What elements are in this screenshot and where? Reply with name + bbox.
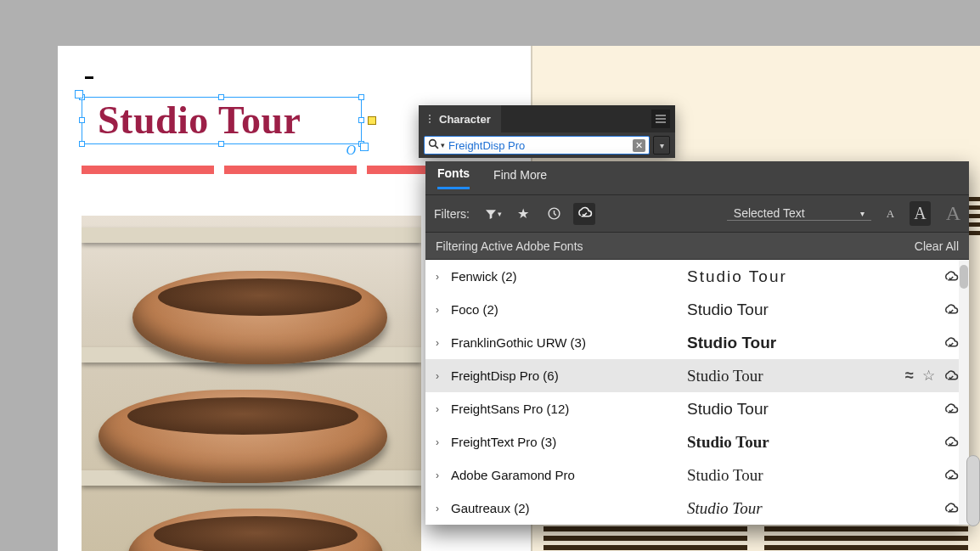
font-search-row: ▾ ✕ ▾ (419, 132, 675, 158)
filter-status-text: Filtering Active Adobe Fonts (436, 239, 583, 253)
font-row[interactable]: ›FreightDisp Pro (6)Studio Tour≈☆ (425, 359, 969, 392)
show-similar-icon[interactable]: ≈ (905, 367, 914, 385)
sample-size-small[interactable]: A (887, 207, 894, 221)
expand-chevron-icon[interactable]: › (436, 403, 444, 415)
font-row[interactable]: ›Fenwick (2)Studio Tour (425, 260, 969, 293)
text-inport[interactable] (75, 90, 83, 98)
content-grabber[interactable] (368, 116, 376, 125)
font-search-input[interactable] (448, 139, 633, 152)
resize-handle-bl[interactable] (79, 141, 85, 147)
font-name: FreightText Pro (3) (451, 435, 680, 449)
resize-handle-tr[interactable] (358, 94, 364, 100)
sample-text-dropdown[interactable]: Selected Text ▾ (727, 206, 871, 221)
font-dropdown-toggle[interactable]: ▾ (653, 136, 670, 155)
filter-recent-button[interactable] (543, 203, 565, 225)
resize-handle-ml[interactable] (79, 117, 85, 123)
decor-stripes-bottom (544, 526, 968, 551)
decor-red-bars (82, 166, 443, 174)
expand-chevron-icon[interactable]: › (436, 469, 444, 481)
expand-chevron-icon[interactable]: › (436, 304, 444, 316)
expand-chevron-icon[interactable]: › (436, 503, 444, 514)
font-sample: Studio Tour (687, 433, 937, 452)
hamburger-icon (656, 118, 666, 120)
panel-grip-icon[interactable] (429, 115, 431, 123)
page-title-text[interactable]: Studio Tour (82, 98, 361, 143)
activated-cloud-icon (943, 402, 959, 417)
font-name: Foco (2) (451, 302, 680, 317)
font-row[interactable]: ›Gautreaux (2)Studio Tour (425, 492, 969, 525)
resize-handle-tc[interactable] (218, 94, 224, 100)
hairline-rule (85, 76, 93, 79)
panel-header[interactable]: Character (419, 105, 675, 132)
character-panel[interactable]: Character ▾ ✕ ▾ (419, 105, 675, 158)
chevron-down-icon: ▾ (860, 209, 865, 218)
activated-cloud-icon (943, 501, 959, 516)
font-name: Gautreaux (2) (451, 501, 680, 515)
sample-size-large[interactable]: A (946, 202, 960, 225)
font-name: FreightSans Pro (12) (451, 402, 680, 416)
svg-line-1 (435, 145, 438, 149)
filter-favorites-button[interactable]: ★ (512, 203, 534, 225)
font-sample: Studio Tour (687, 301, 937, 319)
panel-menu-button[interactable] (651, 110, 670, 128)
sample-text-label: Selected Text (734, 206, 805, 220)
expand-chevron-icon[interactable]: › (436, 436, 444, 448)
font-sample: Studio Tour (687, 367, 898, 385)
filters-label: Filters: (434, 207, 470, 221)
font-row[interactable]: ›FreightSans Pro (12)Studio Tour (425, 392, 969, 425)
font-filter-status: Filtering Active Adobe Fonts Clear All (425, 233, 969, 260)
image-frame-pottery[interactable] (82, 216, 421, 551)
svg-point-0 (430, 140, 436, 147)
font-search-input-wrap[interactable]: ▾ ✕ (424, 136, 650, 155)
font-name: FranklinGothic URW (3) (451, 335, 680, 350)
overset-indicator: O (346, 143, 356, 158)
font-name: Fenwick (2) (451, 269, 680, 284)
filter-activated-button[interactable] (573, 203, 595, 225)
expand-chevron-icon[interactable]: › (436, 337, 444, 349)
search-icon (428, 138, 439, 152)
tab-fonts[interactable]: Fonts (437, 166, 470, 189)
tab-find-more[interactable]: Find More (493, 168, 547, 188)
font-list[interactable]: ›Fenwick (2)Studio Tour›Foco (2)Studio T… (425, 260, 969, 525)
activated-cloud-icon (943, 269, 959, 284)
selected-text-frame[interactable]: Studio Tour O (82, 97, 362, 144)
font-sample: Studio Tour (687, 267, 937, 286)
resize-handle-mr[interactable] (358, 117, 364, 123)
font-sample: Studio Tour (687, 400, 937, 419)
text-outport[interactable] (360, 143, 369, 151)
font-sample: Studio Tour (687, 466, 937, 485)
activated-cloud-icon (943, 435, 959, 450)
filter-classification-button[interactable]: ▾ (482, 203, 504, 225)
font-row[interactable]: ›FreightText Pro (3)Studio Tour (425, 425, 969, 458)
font-filters-bar: Filters: ▾ ★ Selected Text ▾ A A A (425, 195, 969, 233)
font-row[interactable]: ›Foco (2)Studio Tour (425, 293, 969, 326)
font-sample: Studio Tour (687, 334, 937, 352)
panel-title: Character (439, 113, 491, 126)
favorite-star-icon[interactable]: ☆ (922, 367, 935, 385)
page-scrollbar[interactable] (966, 455, 980, 526)
font-row[interactable]: ›FranklinGothic URW (3)Studio Tour (425, 326, 969, 359)
resize-handle-bc[interactable] (218, 141, 224, 147)
sample-size-medium[interactable]: A (910, 201, 930, 226)
font-name: Adobe Garamond Pro (451, 468, 680, 482)
activated-cloud-icon (943, 302, 959, 318)
expand-chevron-icon[interactable]: › (436, 271, 444, 283)
scrollbar-thumb[interactable] (960, 265, 968, 289)
font-dropdown-panel[interactable]: Fonts Find More Filters: ▾ ★ Selected Te… (425, 161, 969, 525)
clear-search-button[interactable]: ✕ (633, 139, 645, 152)
activated-cloud-icon (943, 368, 959, 384)
expand-chevron-icon[interactable]: › (436, 370, 444, 382)
panel-tab-character[interactable]: Character (419, 105, 501, 132)
font-name: FreightDisp Pro (6) (451, 368, 680, 383)
activated-cloud-icon (943, 468, 959, 483)
font-tabs: Fonts Find More (425, 161, 969, 195)
activated-cloud-icon (943, 335, 959, 351)
clear-all-link[interactable]: Clear All (915, 239, 959, 253)
font-row[interactable]: ›Adobe Garamond ProStudio Tour (425, 458, 969, 492)
chevron-down-icon[interactable]: ▾ (441, 141, 445, 149)
font-sample: Studio Tour (687, 499, 937, 518)
